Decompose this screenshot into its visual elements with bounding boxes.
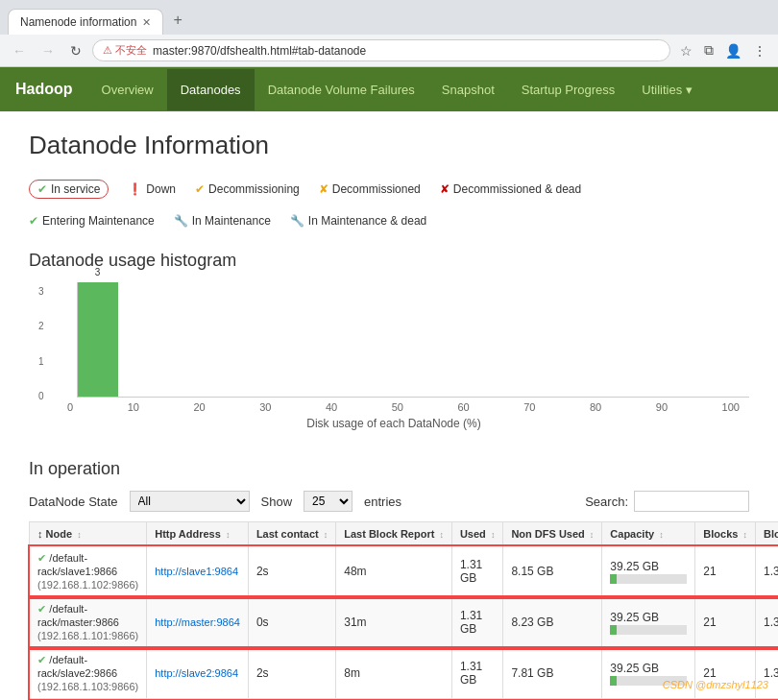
browser-tab[interactable]: Namenode information ✕: [8, 9, 163, 35]
hadoop-brand: Hadoop: [0, 67, 88, 111]
capacity-bar-container: 39.25 GB: [610, 560, 687, 584]
capacity-value: 39.25 GB: [610, 611, 687, 624]
status-entering-maintenance: ✔ Entering Maintenance: [29, 214, 155, 228]
main-content: Datanode Information ✔ In service ❗ Down…: [0, 111, 778, 700]
in-maintenance-icon: 🔧: [174, 214, 188, 228]
menu-button[interactable]: ⋮: [749, 40, 770, 60]
cell-block-pool-used: 1.31 GB: [755, 648, 778, 699]
down-icon: ❗: [128, 182, 142, 196]
http-address-link[interactable]: http://slave1:9864: [155, 566, 238, 577]
nav-volume-failures[interactable]: Datanode Volume Failures: [255, 69, 428, 110]
sort-blocks-icon[interactable]: ↕: [742, 530, 747, 540]
cell-used: 1.31 GB: [451, 648, 502, 699]
sort-used-icon[interactable]: ↕: [491, 530, 496, 540]
y-axis-low: 1: [38, 356, 44, 367]
cell-capacity: 39.25 GB: [602, 597, 695, 648]
reload-button[interactable]: ↻: [65, 41, 86, 60]
cell-last-contact: 2s: [248, 648, 335, 699]
in-operation-title: In operation: [29, 459, 749, 479]
search-box: Search:: [585, 491, 749, 512]
forward-button[interactable]: →: [36, 41, 60, 60]
th-used: Used ↕: [451, 522, 502, 546]
capacity-value: 39.25 GB: [610, 662, 687, 675]
address-display[interactable]: master:9870/dfshealth.html#tab-datanode: [153, 44, 660, 58]
nav-overview[interactable]: Overview: [88, 69, 167, 110]
node-status-icon: ✔: [37, 603, 46, 615]
in-operation-section: In operation DataNode State All In Servi…: [29, 459, 749, 699]
security-label: ⚠ 不安全: [103, 43, 147, 58]
page-title: Datanode Information: [29, 131, 749, 160]
capacity-bar-fill: [610, 625, 616, 635]
cell-blocks: 21: [695, 597, 756, 648]
nav-snapshot[interactable]: Snapshot: [428, 69, 508, 110]
y-axis-mid: 2: [38, 321, 44, 331]
nav-utilities-dropdown[interactable]: Utilities ▾: [628, 69, 706, 110]
cell-last-block-report: 48m: [336, 546, 452, 597]
cell-node: ✔ /default-rack/slave2:9866(192.168.1.10…: [30, 648, 147, 699]
cell-http-address[interactable]: http://slave2:9864: [147, 648, 249, 699]
th-last-contact: Last contact ↕: [248, 522, 335, 546]
cell-non-dfs-used: 8.15 GB: [503, 546, 602, 597]
state-select[interactable]: All In Service Decommissioning Decommiss…: [130, 491, 250, 512]
cell-used: 1.31 GB: [451, 546, 502, 597]
in-maintenance-dead-label: In Maintenance & dead: [308, 214, 426, 228]
in-service-icon: ✔: [37, 182, 47, 196]
decommissioned-dead-icon: ✘: [440, 182, 450, 196]
sort-contact-icon[interactable]: ↕: [324, 530, 328, 540]
sort-http-icon[interactable]: ↕: [226, 530, 231, 540]
cell-last-block-report: 31m: [336, 597, 452, 648]
cell-blocks: 21: [695, 648, 756, 699]
node-status-icon: ✔: [37, 552, 46, 564]
table-row: ✔ /default-rack/slave1:9866(192.168.1.10…: [30, 546, 779, 597]
y-axis-top: 3: [38, 286, 44, 297]
nav-datanodes[interactable]: Datanodes: [167, 69, 255, 110]
status-decommissioned: ✘ Decommissioned: [319, 182, 421, 196]
capacity-bar-bg: [610, 625, 687, 635]
histogram-title: Datanode usage histogram: [29, 251, 749, 271]
back-button[interactable]: ←: [8, 41, 31, 60]
sort-node-icon[interactable]: ↕: [77, 530, 82, 540]
search-label: Search:: [585, 495, 628, 509]
decommissioned-dead-label: Decommissioned & dead: [453, 182, 581, 196]
decommissioning-icon: ✔: [195, 182, 205, 196]
cell-node: ✔ /default-rack/slave1:9866(192.168.1.10…: [30, 546, 147, 597]
node-name: /default-rack/slave1:9866(192.168.1.102:…: [37, 552, 138, 591]
entries-label: entries: [364, 495, 401, 509]
http-address-link[interactable]: http://master:9864: [155, 616, 240, 628]
table-controls: DataNode State All In Service Decommissi…: [29, 491, 749, 512]
status-in-maintenance-dead: 🔧 In Maintenance & dead: [290, 214, 426, 228]
th-blocks: Blocks ↕: [695, 522, 756, 546]
entering-maintenance-label: Entering Maintenance: [42, 214, 155, 228]
sort-capacity-icon[interactable]: ↕: [659, 530, 664, 540]
watermark: CSDN @dmzshyl1123: [663, 679, 768, 690]
cell-http-address[interactable]: http://master:9864: [147, 597, 249, 648]
status-legend: ✔ In service ❗ Down ✔ Decommissioning ✘ …: [29, 180, 749, 228]
nav-startup-progress[interactable]: Startup Progress: [508, 69, 629, 110]
status-decommissioning: ✔ Decommissioning: [195, 182, 300, 196]
down-label: Down: [146, 182, 176, 196]
cell-last-block-report: 8m: [336, 648, 452, 699]
browser-chrome: Namenode information ✕ + ← → ↻ ⚠ 不安全 mas…: [0, 0, 778, 67]
profile-button[interactable]: 👤: [721, 40, 745, 60]
window-button[interactable]: ⧉: [700, 40, 717, 60]
cell-used: 1.31 GB: [451, 597, 502, 648]
bar-count-label: 3: [95, 267, 101, 278]
in-maintenance-dead-icon: 🔧: [290, 214, 304, 228]
bookmark-button[interactable]: ☆: [676, 40, 696, 60]
cell-http-address[interactable]: http://slave1:9864: [147, 546, 249, 597]
sort-nondfs-icon[interactable]: ↕: [590, 530, 595, 540]
th-node: ↕ Node ↕: [30, 522, 147, 546]
cell-node: ✔ /default-rack/master:9866(192.168.1.10…: [30, 597, 147, 648]
new-tab-button[interactable]: +: [163, 6, 191, 35]
sort-report-icon[interactable]: ↕: [439, 530, 444, 540]
http-address-link[interactable]: http://slave2:9864: [155, 667, 238, 679]
tab-title: Namenode information: [20, 15, 136, 29]
th-last-block-report: Last Block Report ↕: [336, 522, 452, 546]
state-label: DataNode State: [29, 495, 118, 509]
search-input[interactable]: [634, 491, 749, 512]
decommissioning-label: Decommissioning: [208, 182, 300, 196]
status-in-maintenance: 🔧 In Maintenance: [174, 214, 271, 228]
show-select[interactable]: 10 25 50 100: [304, 491, 353, 512]
tab-close-button[interactable]: ✕: [142, 16, 151, 29]
node-name: /default-rack/master:9866(192.168.1.101:…: [37, 603, 138, 641]
